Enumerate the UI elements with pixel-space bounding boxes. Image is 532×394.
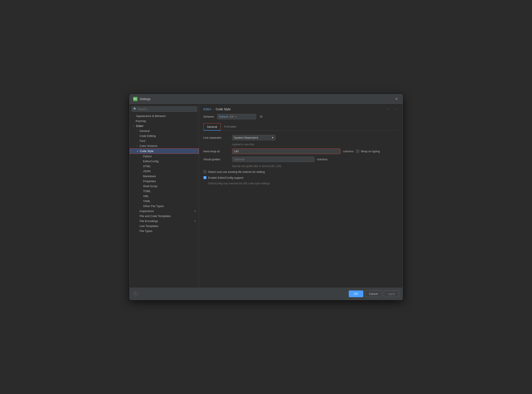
- settings-dialog: PC Settings ✕ 🔍 › Appearance & Behavior …: [129, 94, 403, 300]
- search-input[interactable]: [138, 107, 195, 111]
- wrap-on-typing-checkbox[interactable]: [356, 150, 359, 153]
- sidebar-item-inspections[interactable]: Inspections ⊟: [130, 209, 199, 213]
- sidebar-item-appearance[interactable]: › Appearance & Behavior: [130, 114, 199, 119]
- visual-guides-input[interactable]: [232, 157, 314, 162]
- sidebar-item-live-templates[interactable]: Live Templates: [130, 223, 199, 228]
- sidebar-item-code-style[interactable]: ∨ Code Style: [130, 148, 199, 154]
- sidebar-item-toml[interactable]: TOML: [130, 189, 199, 194]
- window-title: Settings: [140, 97, 151, 101]
- scheme-settings-button[interactable]: ⚙: [259, 114, 264, 119]
- breadcrumb-current: Code Style: [216, 107, 230, 111]
- detect-indents-label: Detect and use existing file indents for…: [208, 170, 265, 173]
- sidebar-item-html[interactable]: HTML: [130, 164, 199, 169]
- sidebar-item-general[interactable]: › General: [130, 129, 199, 133]
- sidebar-item-label: Keymap: [136, 119, 146, 123]
- dropdown-arrow-icon: ▾: [272, 136, 273, 139]
- breadcrumb-bar: Editor › Code Style ← →: [199, 104, 403, 114]
- sidebar-item-yaml[interactable]: YAML: [130, 199, 199, 204]
- hard-wrap-input[interactable]: [232, 149, 340, 154]
- scheme-value-default: Default: [219, 115, 228, 118]
- sidebar-item-label: Editor: [136, 124, 144, 128]
- sidebar-item-label: YAML: [143, 199, 150, 203]
- wrap-on-typing-label: Wrap on typing: [361, 150, 380, 153]
- main-layout: 🔍 › Appearance & Behavior Keymap ∨ Edito…: [130, 104, 403, 288]
- apply-button[interactable]: Apply: [384, 290, 399, 297]
- sidebar-item-markdown[interactable]: Markdown: [130, 174, 199, 179]
- sidebar-item-label: JSON: [143, 170, 151, 173]
- detect-indents-checkbox[interactable]: [203, 170, 207, 173]
- sidebar-item-label: Color Scheme: [140, 144, 157, 147]
- sidebar-item-label: Markdown: [143, 175, 156, 178]
- sidebar-item-json[interactable]: JSON: [130, 169, 199, 174]
- hard-wrap-label: Hard wrap at:: [203, 150, 229, 153]
- sidebar-item-label: File and Code Templates: [140, 214, 171, 218]
- chevron-right-icon: ›: [136, 130, 139, 132]
- chevron-right-icon: ›: [136, 145, 139, 147]
- sidebar-item-label: HTML: [143, 165, 151, 168]
- sidebar-item-label: TOML: [143, 190, 151, 193]
- search-icon: 🔍: [133, 107, 137, 110]
- sidebar-item-file-types[interactable]: File Types: [130, 228, 199, 233]
- title-bar-left: PC Settings: [133, 97, 151, 101]
- sidebar-item-properties[interactable]: Properties: [130, 179, 199, 184]
- action-buttons: OK Cancel Apply: [349, 290, 399, 297]
- sidebar-item-label: Shell Script: [143, 185, 157, 188]
- content-area: Editor › Code Style ← → Scheme: Default …: [199, 104, 403, 288]
- bottom-bar: ? OK Cancel Apply: [130, 288, 403, 300]
- scheme-row: Scheme: Default IDE ▾ ⚙: [203, 114, 398, 119]
- forward-button[interactable]: →: [392, 107, 398, 112]
- scheme-label: Scheme:: [203, 115, 214, 118]
- dropdown-arrow-icon: ▾: [235, 115, 236, 118]
- sidebar-item-python[interactable]: Python: [130, 154, 199, 159]
- sidebar-item-label: Python: [143, 155, 152, 158]
- cancel-button[interactable]: Cancel: [365, 290, 382, 297]
- search-box[interactable]: 🔍: [131, 106, 197, 112]
- back-button[interactable]: ←: [385, 107, 391, 112]
- file-encodings-badge-icon: ⊟: [194, 220, 196, 223]
- sidebar-item-code-editing[interactable]: Code Editing: [130, 133, 199, 138]
- visual-guides-label: Visual guides:: [203, 158, 229, 161]
- breadcrumb: Editor › Code Style: [203, 107, 231, 111]
- breadcrumb-separator: ›: [213, 107, 214, 111]
- nav-arrows: ← →: [385, 107, 398, 112]
- app-icon: PC: [133, 97, 138, 101]
- help-button[interactable]: ?: [133, 291, 138, 296]
- line-separator-hint: Applied to new files: [232, 143, 398, 146]
- line-separator-label: Line separator:: [203, 136, 229, 139]
- sidebar-item-color-scheme[interactable]: › Color Scheme: [130, 143, 199, 148]
- line-separator-dropdown[interactable]: System-Dependent ▾: [232, 135, 276, 140]
- sidebar-item-label: General: [140, 129, 150, 133]
- sidebar-item-file-encodings[interactable]: File Encodings ⊟: [130, 218, 199, 223]
- sidebar-item-label: XML: [143, 195, 149, 198]
- sidebar-item-keymap[interactable]: Keymap: [130, 119, 199, 124]
- detect-indents-row: Detect and use existing file indents for…: [203, 170, 398, 173]
- tab-general[interactable]: General: [203, 123, 221, 131]
- ok-button[interactable]: OK: [349, 290, 363, 297]
- close-button[interactable]: ✕: [394, 97, 399, 101]
- sidebar-item-other-file-types[interactable]: Other File Types: [130, 204, 199, 209]
- sidebar-item-label: File Encodings: [140, 219, 158, 223]
- sidebar-item-shell-script[interactable]: Shell Script: [130, 184, 199, 189]
- sidebar-item-xml[interactable]: XML: [130, 194, 199, 199]
- visual-guides-hint: Specify one guide (80) or several (80, 1…: [232, 165, 398, 168]
- chevron-down-icon: ∨: [136, 150, 139, 152]
- sidebar-item-editor[interactable]: ∨ Editor: [130, 124, 199, 129]
- sidebar-item-label: Code Style: [140, 150, 154, 153]
- hard-wrap-columns-label: columns: [343, 150, 353, 153]
- sidebar: 🔍 › Appearance & Behavior Keymap ∨ Edito…: [130, 104, 199, 288]
- chevron-down-icon: ∨: [132, 125, 135, 127]
- sidebar-item-label: Other File Types: [143, 204, 164, 208]
- content-body: Scheme: Default IDE ▾ ⚙ General Formatte…: [199, 114, 403, 288]
- line-separator-row: Line separator: System-Dependent ▾: [203, 135, 398, 140]
- sidebar-item-label: EditorConfig: [143, 160, 159, 163]
- tab-formatter[interactable]: Formatter: [221, 123, 240, 131]
- editorconfig-hint: EditorConfig may override the IDE code s…: [208, 182, 398, 185]
- breadcrumb-parent[interactable]: Editor: [203, 107, 212, 111]
- sidebar-item-font[interactable]: Font: [130, 138, 199, 143]
- sidebar-item-editorconfig[interactable]: EditorConfig: [130, 159, 199, 164]
- sidebar-item-file-code-templates[interactable]: File and Code Templates: [130, 213, 199, 218]
- editorconfig-checkbox[interactable]: [203, 176, 207, 179]
- sidebar-item-label: Live Templates: [140, 224, 158, 228]
- scheme-dropdown[interactable]: Default IDE ▾: [217, 114, 256, 119]
- sidebar-item-label: Appearance & Behavior: [136, 114, 166, 118]
